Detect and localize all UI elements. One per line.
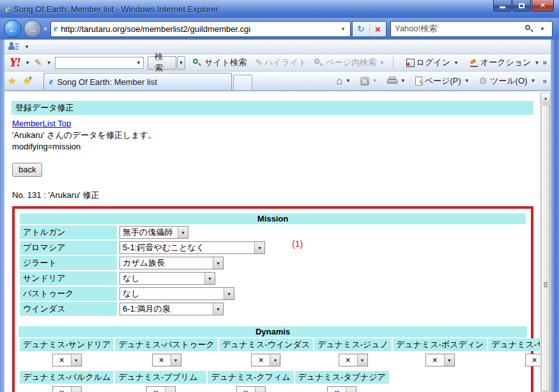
yahoo-logo-icon[interactable]: Y! <box>10 56 20 70</box>
home-button[interactable]: ⌂▼ <box>336 75 354 87</box>
dynamis-select-sandoria[interactable]: ×▼ <box>52 354 82 366</box>
toolbar-overflow-icon[interactable]: » <box>542 58 547 67</box>
mission-select-bastok[interactable]: なし▼ <box>119 287 234 300</box>
dynamis-label: デュナミス-バストゥーク <box>115 338 217 351</box>
search-provider-dropdown-icon[interactable]: ▼ <box>540 26 545 32</box>
command-bar-overflow-icon[interactable]: » <box>542 77 547 86</box>
modifying-text: modifying=mission <box>12 142 533 151</box>
back-button[interactable]: ← <box>4 20 22 38</box>
select-value: × <box>53 388 71 392</box>
dynamis-select-buburimu[interactable]: ×▼ <box>146 386 176 392</box>
mission-select-windurst[interactable]: 6-1:満月の泉▼ <box>119 303 224 315</box>
chevron-down-icon: ▼ <box>213 303 223 315</box>
site-search-button[interactable]: サイト検索 <box>193 57 247 68</box>
mission-row-label: サンドリア <box>20 271 117 285</box>
select-value: × <box>147 388 165 392</box>
memberlist-top-link[interactable]: MemberList Top <box>12 119 71 128</box>
tab-favicon-icon: e <box>49 77 53 87</box>
auction-button[interactable]: オークション ▼ <box>470 57 542 68</box>
dynamis-label: デュナミス-ウインダス <box>219 338 313 351</box>
tab-title: Song Of Earth: Member list <box>57 77 157 87</box>
yahoo-search-box[interactable]: Yahoo!検索 ▼ <box>390 21 553 37</box>
yahoo-search-button[interactable]: 検索 <box>148 56 176 70</box>
close-icon: ✕ <box>540 2 546 9</box>
intro-text: 'Arukaru' さんのデータを修正します。 <box>12 130 533 141</box>
tab-bar: ★ ★＋ e Song Of Earth: Member list ⌂▼ ▼ ▼… <box>0 72 559 91</box>
edit-pencil-icon[interactable]: ✎ <box>34 57 42 68</box>
highlight-label: ハイライト <box>264 57 307 68</box>
search-button-dropdown[interactable]: ▼ <box>177 56 185 70</box>
address-bar[interactable]: e http://tarutaru.org/soe/memberlist2/gu… <box>50 21 351 37</box>
mission-select-zilart[interactable]: カザム族長▼ <box>119 257 224 269</box>
print-button[interactable]: ▼ <box>387 77 409 85</box>
page-menu-dropdown-icon: ▼ <box>464 78 470 84</box>
dynamis-select-jeuno[interactable]: ×▼ <box>339 354 368 366</box>
select-value: × <box>237 388 255 392</box>
dynamis-select-bastok[interactable]: ×▼ <box>152 354 181 366</box>
pencil-dropdown-icon[interactable]: ▼ <box>47 60 52 66</box>
stop-button[interactable]: × <box>369 24 386 34</box>
favorites-star-icon[interactable]: ★ <box>8 75 16 87</box>
new-tab-button[interactable] <box>233 75 252 90</box>
mission-select-aht-urhgan[interactable]: 無手の傀儡師▼ <box>119 226 188 239</box>
feeds-dropdown-icon: ▼ <box>372 78 378 84</box>
select-value: × <box>426 355 444 365</box>
search-icon[interactable] <box>525 25 533 33</box>
chevron-down-icon: ▼ <box>213 257 223 269</box>
refresh-button[interactable]: ↻ <box>353 24 369 34</box>
add-favorite-icon[interactable]: ★＋ <box>22 75 31 87</box>
links-dropdown-icon[interactable]: ▼ <box>24 44 29 50</box>
table-row: デュナミス-バルクルム デュナミス-ブブリム デュナミス-クフィム デュナミス-… <box>20 371 389 384</box>
yahoo-menu-dropdown-icon[interactable]: ▼ <box>25 60 30 66</box>
highlight-button[interactable]: ✎ ハイライト <box>254 57 307 68</box>
dynamis-label: デュナミス-ボスディン <box>393 338 487 351</box>
maximize-button[interactable] <box>512 0 531 11</box>
mission-row-label: プロマシア <box>20 241 117 255</box>
back-form-button[interactable]: back <box>12 163 42 177</box>
login-button[interactable]: ◄ ログイン ▼ <box>406 57 462 68</box>
scrollbar-thumb[interactable] <box>541 105 550 391</box>
forward-arrow-icon: → <box>28 24 38 34</box>
table-row: バストゥーク なし▼ <box>20 287 526 301</box>
mission-select-sandoria[interactable]: なし▼ <box>119 272 215 285</box>
feeds-button[interactable]: ▼ <box>360 77 381 86</box>
table-row: サンドリア なし▼ <box>20 271 526 285</box>
dynamis-select-beaucedine[interactable]: ×▼ <box>425 354 455 366</box>
dynamis-label: デュナミス-ザルカバード <box>488 338 540 351</box>
contacts-icon[interactable] <box>8 42 19 51</box>
dynamis-label: デュナミス-ブブリム <box>115 371 206 384</box>
minimize-button[interactable] <box>493 0 512 11</box>
in-page-search-button[interactable]: ページ内検索 ▼ <box>314 57 388 68</box>
select-value: × <box>153 355 171 365</box>
history-dropdown-icon[interactable]: ▼ <box>43 26 48 32</box>
dynamis-select-qufim[interactable]: ×▼ <box>236 386 266 392</box>
gear-icon: ⚙ <box>479 75 487 87</box>
scrollbar-up-icon[interactable]: ▲ <box>540 93 551 103</box>
table-row: ジラート カザム族長▼ <box>20 256 526 270</box>
forward-button[interactable]: → <box>24 20 42 38</box>
browser-window: e Song Of Earth: Member list - Windows I… <box>0 0 559 392</box>
dynamis-select-valkurm[interactable]: ×▼ <box>52 386 82 392</box>
chevron-down-icon: ▼ <box>357 354 367 366</box>
active-tab[interactable]: e Song Of Earth: Member list <box>43 73 232 90</box>
tools-menu-button[interactable]: ⚙ツール(O)▼ <box>479 75 539 87</box>
login-label: ログイン <box>417 57 450 68</box>
mission-select-promathia[interactable]: 5-1:鍔音やむことなく▼ <box>119 241 265 254</box>
close-button[interactable]: ✕ <box>532 0 554 11</box>
page-menu-button[interactable]: ✎ページ(P)▼ <box>415 75 473 87</box>
dynamis-select-xarcabard[interactable]: ×▼ <box>525 354 540 366</box>
select-value: × <box>252 355 270 365</box>
toolbar-search-dropdown-icon[interactable]: ▼ <box>136 60 141 66</box>
page-icon: e <box>54 24 57 34</box>
vertical-scrollbar[interactable]: ▲ <box>540 93 551 392</box>
yahoo-toolbar: Y! ▼ ✎ ▼ ▼ 検索 ▼ サイト検索 ✎ ハイライト ページ内検索 ▼ <box>0 54 559 72</box>
yahoo-toolbar-search-input[interactable]: ▼ <box>55 57 144 69</box>
url-text[interactable]: http://tarutaru.org/soe/memberlist2/guil… <box>61 24 339 34</box>
print-dropdown-icon: ▼ <box>401 78 406 84</box>
dynamis-label: デュナミス-ジュノ <box>314 338 392 351</box>
auction-gavel-icon <box>470 59 479 67</box>
dynamis-select-windurst[interactable]: ×▼ <box>251 354 280 366</box>
chevron-down-icon: ▼ <box>255 387 265 392</box>
dynamis-select-tavnazia[interactable]: ×▼ <box>327 386 356 392</box>
address-dropdown-icon[interactable]: ▼ <box>339 26 348 32</box>
